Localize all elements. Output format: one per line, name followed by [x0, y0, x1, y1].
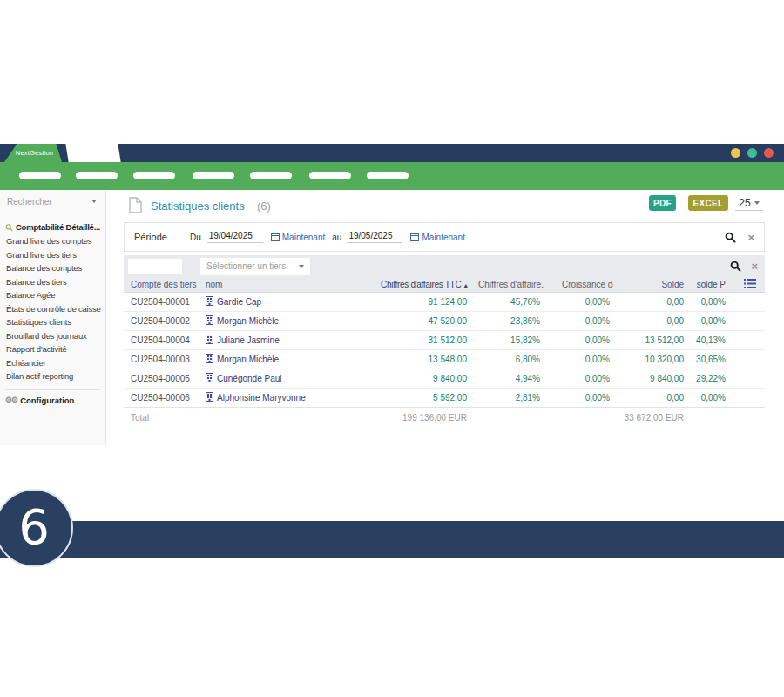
sidebar-item-rapport-activite[interactable]: Rapport d'activité — [0, 342, 105, 356]
tab-blank[interactable] — [65, 144, 120, 162]
search-icon — [5, 223, 13, 232]
to-label: au — [332, 233, 341, 242]
cell-ca-ttc: 91 124,00 — [380, 292, 470, 311]
sidebar-item-bilan-actif-reporting[interactable]: Bilan actif reporting — [0, 369, 105, 383]
periode-label: Période — [134, 232, 167, 242]
cell-ca-pct: 23,86% — [470, 311, 544, 330]
cell-ca-pct: 2,81% — [470, 388, 544, 407]
excel-button[interactable]: EXCEL — [688, 195, 728, 211]
maintenant-from-link[interactable]: Maintenant — [271, 233, 325, 242]
cell-solde-p: 0,00% — [687, 311, 728, 330]
column-header-solde[interactable]: Solde — [613, 277, 687, 292]
sidebar-item-balance-agee[interactable]: Balance Agée — [0, 288, 105, 302]
column-header-compte[interactable]: Compte des tiers — [124, 277, 206, 292]
nav-pill-5[interactable] — [250, 172, 292, 179]
nav-pill-4[interactable] — [193, 172, 234, 179]
sidebar-search-input[interactable]: Rechercher — [5, 190, 98, 213]
cell-compte: CU2504-00005 — [124, 369, 206, 388]
sidebar-item-etats-controle-caisse[interactable]: États de contrôle de caisse — [0, 302, 105, 316]
cell-compte: CU2504-00006 — [124, 388, 206, 407]
chevron-down-icon — [754, 201, 760, 205]
table-row[interactable]: CU2504-00002 Morgan Michèle 47 520,00 23… — [124, 311, 765, 330]
sidebar-item-configuration[interactable]: ⚙⚙ Configuration — [0, 395, 105, 405]
total-ca-ttc: 199 136,00 EUR — [380, 407, 470, 428]
column-header-solde-p[interactable]: solde P — [687, 277, 728, 292]
record-count: (6) — [257, 200, 271, 213]
cell-ca-pct: 4,94% — [470, 369, 544, 388]
sidebar-item-brouillard-journaux[interactable]: Brouillard des journaux — [0, 329, 105, 343]
search-icon[interactable] — [725, 232, 736, 243]
date-from-field[interactable]: 19/04/2025 — [207, 231, 263, 243]
cell-ca-ttc: 47 520,00 — [380, 311, 470, 330]
maintenant-to-link[interactable]: Maintenant — [410, 233, 464, 242]
pdf-button[interactable]: PDF — [649, 195, 676, 211]
table-filter-row: Sélectionner un tiers × — [124, 255, 765, 277]
sidebar-item-balance-tiers[interactable]: Balance des tiers — [0, 275, 105, 289]
cell-nom[interactable]: Cunégonde Paul — [206, 369, 380, 388]
tab-nextgestion[interactable]: NextGestion — [4, 144, 62, 162]
search-icon[interactable] — [730, 261, 741, 272]
nav-pill-3[interactable] — [133, 172, 175, 179]
table-row[interactable]: CU2504-00006 Alphonsine Maryvonne 5 592,… — [124, 388, 765, 407]
empty-cell — [728, 407, 765, 428]
building-icon — [206, 375, 213, 384]
nav-pill-7[interactable] — [367, 172, 409, 179]
cell-croissance: 0,00% — [544, 349, 613, 369]
cell-solde-p: 0,00% — [687, 388, 728, 407]
cell-nom[interactable]: Juliane Jasmine — [206, 330, 380, 349]
sidebar-section-comptabilite[interactable]: Comptabilité Détaillé... — [0, 217, 105, 234]
cell-nom[interactable]: Alphonsine Maryvonne — [206, 388, 380, 407]
cell-compte: CU2504-00002 — [124, 311, 206, 330]
sidebar-section-label: Comptabilité Détaillé... — [16, 222, 100, 232]
cell-croissance: 0,00% — [544, 369, 613, 388]
minimize-dot[interactable] — [731, 148, 740, 158]
cell-options — [728, 369, 765, 388]
clear-icon[interactable]: × — [747, 232, 754, 243]
building-icon — [206, 336, 213, 346]
cell-croissance: 0,00% — [544, 292, 613, 311]
sidebar-item-grand-livre-tiers[interactable]: Grand livre des tiers — [0, 248, 105, 262]
cell-nom[interactable]: Morgan Michèle — [206, 349, 380, 369]
close-dot[interactable] — [764, 148, 774, 158]
sidebar-item-grand-livre-comptes[interactable]: Grand livre des comptes — [0, 234, 105, 248]
cell-nom[interactable]: Morgan Michèle — [206, 311, 380, 330]
maximize-dot[interactable] — [747, 148, 757, 158]
statistics-table: Sélectionner un tiers × Compte des tiers… — [124, 255, 765, 428]
page-title: Statistiques clients — [151, 200, 245, 213]
building-icon — [206, 355, 213, 365]
nav-pill-2[interactable] — [76, 172, 118, 179]
table-row[interactable]: CU2504-00003 Morgan Michèle 13 548,00 6,… — [124, 349, 765, 369]
step-number: 6 — [18, 503, 50, 552]
gear-icon: ⚙⚙ — [5, 396, 17, 404]
column-header-nom[interactable]: nom — [206, 277, 380, 292]
clear-icon[interactable]: × — [751, 261, 758, 272]
column-header-ca-ttc[interactable]: Chiffres d'affaires TTC▲ — [380, 277, 470, 292]
tiers-select[interactable]: Sélectionner un tiers — [200, 258, 310, 275]
nav-pill-6[interactable] — [309, 172, 351, 179]
cell-ca-pct: 15,82% — [470, 330, 544, 349]
table-row[interactable]: CU2504-00004 Juliane Jasmine 31 512,00 1… — [124, 330, 765, 349]
cell-solde: 10 320,00 — [613, 349, 687, 369]
cell-options — [728, 349, 765, 369]
cell-solde: 0,00 — [613, 388, 687, 407]
date-to-field[interactable]: 19/05/2025 — [347, 231, 402, 243]
table-row[interactable]: CU2504-00005 Cunégonde Paul 9 840,00 4,9… — [124, 369, 765, 388]
sidebar-item-echeancier[interactable]: Echéancier — [0, 356, 105, 370]
nav-pill-1[interactable] — [19, 172, 61, 179]
filter-input[interactable] — [128, 259, 182, 274]
cell-ca-pct: 45,76% — [470, 292, 544, 311]
total-solde: 33 672,00 EUR — [613, 407, 687, 428]
sidebar-item-statistiques-clients[interactable]: Statistiques clients — [0, 315, 105, 329]
column-header-ca-pct[interactable]: Chiffres d'affaire... — [470, 277, 544, 292]
page-size-dropdown[interactable]: 25 — [735, 195, 763, 211]
building-icon — [206, 298, 213, 308]
cell-solde: 13 512,00 — [613, 330, 687, 349]
table-row[interactable]: CU2504-00001 Gardie Cap 91 124,00 45,76%… — [124, 292, 765, 311]
window-controls — [731, 148, 774, 158]
column-header-options[interactable] — [728, 277, 765, 292]
column-header-croissance[interactable]: Croissance des ... — [544, 277, 613, 292]
table-header-row: Compte des tiers nom Chiffres d'affaires… — [124, 277, 765, 292]
sidebar-item-balance-comptes[interactable]: Balance des comptes — [0, 261, 105, 275]
cell-nom[interactable]: Gardie Cap — [206, 292, 380, 311]
page-header: Statistiques clients (6) PDF EXCEL 25 — [106, 190, 784, 222]
